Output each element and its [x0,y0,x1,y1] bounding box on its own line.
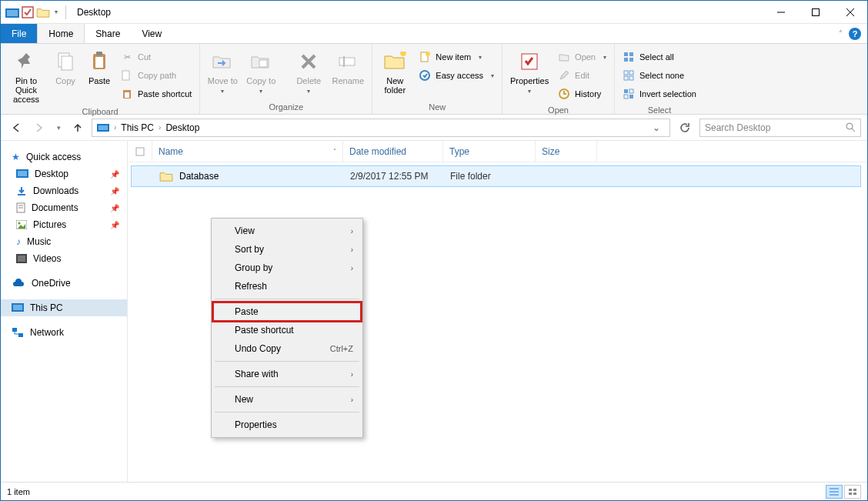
select-none-button[interactable]: Select none [619,67,699,84]
column-date[interactable]: Date modified [343,141,443,162]
ctx-undo-copy[interactable]: Undo CopyCtrl+Z [213,339,361,358]
ctx-sort-by[interactable]: Sort by› [213,240,361,259]
tab-file[interactable]: File [1,24,37,43]
easy-access-button[interactable]: Easy access [416,67,497,84]
properties-button[interactable]: Properties [507,47,552,95]
ctx-paste-shortcut[interactable]: Paste shortcut [213,321,361,339]
ctx-properties[interactable]: Properties [213,416,361,434]
ribbon-group-open: Properties Open Edit History Open [502,44,615,114]
svg-point-22 [420,71,429,80]
nav-desktop[interactable]: Desktop📌 [1,165,127,182]
invert-selection-button[interactable]: Invert selection [619,85,699,102]
nav-network[interactable]: Network [1,324,127,341]
move-to-button[interactable]: Move to [205,47,240,95]
pin-icon: 📌 [110,187,119,195]
group-new-label: New [372,102,502,114]
breadcrumb-desktop[interactable]: Desktop [165,122,199,133]
chevron-right-icon[interactable]: › [114,123,116,132]
address-bar[interactable]: › This PC › Desktop ⌄ [92,119,670,137]
qat-checkbox-icon[interactable] [21,5,35,19]
ctx-view[interactable]: View› [213,222,361,240]
svg-rect-18 [339,58,355,65]
svg-rect-15 [259,60,267,67]
ctx-new[interactable]: New› [213,390,361,409]
back-button[interactable] [7,119,25,137]
copy-button[interactable]: Copy [50,47,81,85]
svg-point-21 [426,52,430,56]
new-folder-button[interactable]: New folder [377,47,412,95]
cloud-icon [12,279,25,288]
column-type[interactable]: Type [443,141,536,162]
svg-rect-55 [136,148,144,155]
document-icon [16,202,25,213]
nav-this-pc[interactable]: This PC [1,299,127,316]
details-view-button[interactable] [826,485,843,499]
ctx-group-by[interactable]: Group by› [213,259,361,277]
column-checkbox[interactable] [128,141,152,162]
svg-rect-34 [629,89,633,93]
ribbon-collapse-caret-icon[interactable]: ˄ [839,29,843,38]
nav-music[interactable]: ♪ Music [1,233,127,250]
breadcrumb-this-pc[interactable]: This PC [121,122,154,133]
chevron-right-icon: › [351,245,353,254]
ribbon-tabs: File Home Share View ˄ ? [1,24,867,44]
address-row: ▾ › This PC › Desktop ⌄ Search Desktop [1,115,867,141]
up-button[interactable] [68,119,87,137]
copy-icon [55,52,75,72]
new-item-button[interactable]: New item [416,48,497,65]
nav-quick-access[interactable]: ★ Quick access [1,149,127,165]
edit-button[interactable]: Edit [555,67,609,84]
large-icons-view-button[interactable] [844,485,861,499]
svg-rect-50 [18,256,25,262]
open-button[interactable]: Open [555,48,609,65]
column-name[interactable]: Name˄ [152,141,343,162]
minimize-button[interactable] [763,1,798,24]
context-menu: View› Sort by› Group by› Refresh Paste P… [211,218,363,438]
forward-button[interactable] [30,119,48,137]
maximize-button[interactable] [798,1,833,24]
tab-home[interactable]: Home [37,24,85,43]
rename-button[interactable]: Rename [329,47,367,85]
close-button[interactable] [833,1,867,24]
status-item-count: 1 item [7,487,30,496]
nav-videos[interactable]: Videos [1,250,127,267]
qat-folder-icon[interactable] [36,7,50,18]
refresh-button[interactable] [675,119,695,137]
ribbon-group-clipboard: Pin to Quick access Copy Paste ✂Cut Copy… [1,44,200,114]
svg-rect-32 [629,76,633,80]
paste-button[interactable]: Paste [84,47,115,85]
qat-dropdown[interactable]: ▾ [52,8,61,15]
properties-icon [519,52,539,72]
address-dropdown-icon[interactable]: ⌄ [648,122,665,133]
chevron-right-icon[interactable]: › [159,123,161,132]
history-button[interactable]: History [555,85,609,102]
table-row[interactable]: Database 2/9/2017 12:55 PM File folder [131,165,861,187]
ctx-paste[interactable]: Paste [213,302,361,321]
group-select-label: Select [615,105,704,117]
paste-icon [89,51,109,72]
ctx-separator [215,361,359,362]
nav-downloads[interactable]: Downloads📌 [1,182,127,199]
delete-button[interactable]: Delete [292,47,326,95]
help-icon[interactable]: ? [849,28,861,40]
pin-to-quick-access-button[interactable]: Pin to Quick access [5,47,47,104]
rename-label: Rename [332,76,365,85]
select-all-button[interactable]: Select all [619,48,699,65]
cut-button[interactable]: ✂Cut [118,48,195,65]
edit-icon [558,69,570,82]
recent-locations-button[interactable]: ▾ [53,119,64,137]
paste-shortcut-button[interactable]: Paste shortcut [118,85,195,102]
search-input[interactable]: Search Desktop [699,119,861,137]
column-size[interactable]: Size [536,141,597,162]
ctx-share-with[interactable]: Share with› [213,365,361,383]
ctx-refresh[interactable]: Refresh [213,277,361,296]
nav-pictures[interactable]: Pictures📌 [1,216,127,233]
tab-view[interactable]: View [131,24,172,43]
copy-path-button[interactable]: Copy path [118,67,195,84]
copy-to-button[interactable]: Copy to [243,47,279,95]
nav-onedrive[interactable]: OneDrive [1,275,127,292]
svg-rect-4 [812,8,819,15]
tab-share[interactable]: Share [85,24,131,43]
nav-documents[interactable]: Documents📌 [1,199,127,216]
copy-to-icon [250,52,272,71]
